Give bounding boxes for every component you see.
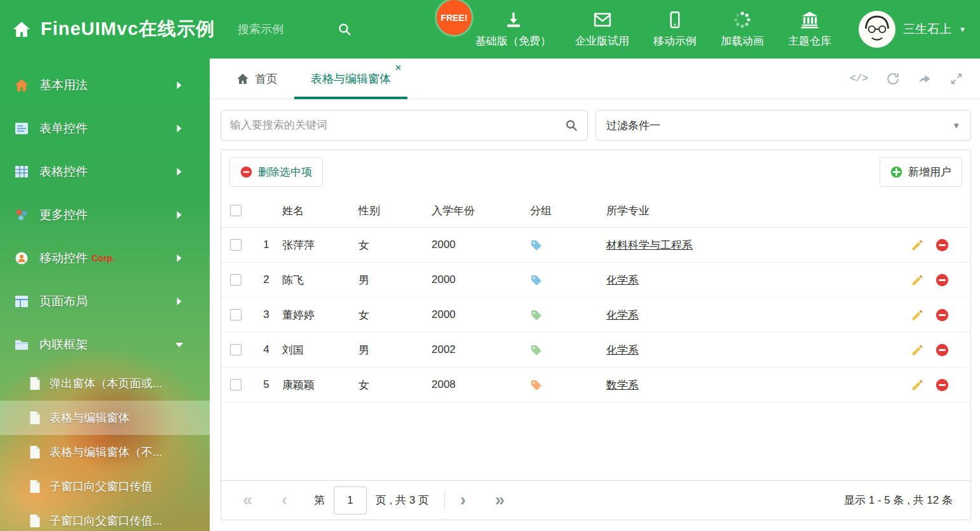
cell-year: 2000 [432, 308, 530, 321]
sidebar-item-form-controls[interactable]: 表单控件 [0, 107, 210, 150]
file-icon [29, 376, 41, 390]
table-row: 2 陈飞 男 2000 化学系 [221, 263, 970, 298]
tab-bar: 首页 表格与编辑窗体 ✕ </> [210, 59, 980, 99]
username: 三生石上 [903, 21, 951, 38]
nav-item-basic-edition[interactable]: FREE! 基础版（免费） [463, 10, 563, 48]
delete-row-icon[interactable] [936, 343, 949, 357]
major-link[interactable]: 数学系 [606, 379, 639, 391]
envelope-icon [593, 10, 612, 29]
tab-grid-edit-window[interactable]: 表格与编辑窗体 ✕ [294, 59, 407, 99]
cell-gender: 女 [358, 238, 432, 252]
tab-label: 表格与编辑窗体 [311, 71, 391, 86]
cell-gender: 男 [358, 343, 432, 357]
expand-icon[interactable] [949, 72, 963, 86]
sidebar-subitem-popup-window[interactable]: 弹出窗体（本页面或... [0, 366, 210, 401]
filter-row: 过滤条件一 ▼ [221, 110, 971, 141]
sidebar-item-iframe[interactable]: 内联框架 [0, 323, 210, 366]
edit-icon[interactable] [911, 343, 924, 357]
page-suffix-label: 页 , 共 3 页 [376, 493, 429, 507]
delete-row-icon[interactable] [936, 378, 949, 392]
sidebar-item-basic-usage[interactable]: 基本用法 [0, 64, 210, 107]
open-in-new-icon[interactable] [918, 72, 932, 86]
home-icon[interactable] [11, 20, 32, 39]
delete-row-icon[interactable] [936, 238, 949, 252]
edit-icon[interactable] [911, 308, 924, 322]
tab-home[interactable]: 首页 [220, 59, 294, 99]
file-icon [29, 514, 41, 528]
column-gender: 性别 [358, 203, 432, 218]
prev-page-button[interactable]: ‹ [282, 492, 287, 509]
chevron-right-icon [172, 81, 187, 90]
keyword-search-input[interactable] [230, 119, 564, 132]
row-checkbox[interactable] [230, 309, 242, 321]
major-link[interactable]: 化学系 [606, 274, 639, 286]
search-icon[interactable] [337, 22, 352, 37]
home-icon [14, 78, 29, 93]
add-user-button[interactable]: 新增用户 [880, 157, 962, 187]
refresh-icon[interactable] [886, 72, 900, 86]
grid-panel: 删除选中项 新增用户 姓名 性别 入学年份 分组 [221, 149, 971, 520]
chevron-right-icon [172, 124, 187, 133]
search-icon[interactable] [564, 118, 578, 132]
sidebar-item-mobile-controls[interactable]: 移动控件 Corp. [0, 237, 210, 280]
sidebar-item-page-layout[interactable]: 页面布局 [0, 280, 210, 323]
header-search [238, 22, 352, 37]
tab-toolbar: </> [850, 59, 980, 99]
sidebar-subitem-label: 子窗口向父窗口传值... [50, 513, 162, 528]
chevron-right-icon [172, 297, 187, 306]
spinner-icon [733, 10, 752, 29]
nav-item-loading-animations[interactable]: 加载动画 [709, 10, 776, 48]
sidebar-item-label: 更多控件 [39, 207, 88, 223]
page-prefix-label: 第 [314, 493, 325, 507]
close-icon[interactable]: ✕ [395, 63, 402, 72]
tag-icon [530, 309, 542, 321]
edit-icon[interactable] [911, 378, 924, 392]
tag-icon [530, 274, 542, 286]
next-page-button[interactable]: › [460, 492, 466, 509]
caret-down-icon: ▼ [959, 25, 966, 33]
sidebar-subitem-label: 子窗口向父窗口传值 [50, 479, 153, 494]
major-link[interactable]: 材料科学与工程系 [606, 239, 693, 251]
bank-icon [800, 10, 819, 29]
filter-dropdown[interactable]: 过滤条件一 ▼ [595, 110, 971, 141]
sidebar-subitem-child-to-parent[interactable]: 子窗口向父窗口传值 [0, 469, 210, 504]
delete-row-icon[interactable] [936, 308, 949, 322]
edit-icon[interactable] [911, 238, 924, 252]
major-link[interactable]: 化学系 [606, 344, 639, 356]
last-page-button[interactable]: » [495, 492, 505, 509]
row-checkbox[interactable] [230, 274, 242, 286]
nav-label: 企业版试用 [575, 34, 629, 48]
header-search-input[interactable] [238, 23, 333, 36]
major-link[interactable]: 化学系 [606, 309, 639, 321]
sidebar-subitem-child-to-parent-2[interactable]: 子窗口向父窗口传值... [0, 504, 210, 531]
user-menu[interactable]: 三生石上 ▼ [859, 11, 966, 48]
sidebar-subitem-label: 表格与编辑窗体 [50, 410, 130, 425]
page-number-input[interactable] [334, 486, 367, 514]
cell-name: 董婷婷 [282, 308, 358, 322]
app-title: FineUIMvc在线示例 [41, 17, 215, 42]
edit-icon[interactable] [911, 273, 924, 287]
add-user-label: 新增用户 [908, 165, 951, 179]
row-checkbox[interactable] [230, 344, 242, 355]
sidebar-subitem-grid-edit-window[interactable]: 表格与编辑窗体 [0, 401, 210, 435]
select-all-checkbox[interactable] [230, 205, 242, 216]
nav-item-theme-repo[interactable]: 主题仓库 [776, 10, 843, 48]
nav-item-mobile-demo[interactable]: 移动示例 [641, 10, 709, 48]
nav-item-enterprise-trial[interactable]: 企业版试用 [563, 10, 641, 48]
row-checkbox[interactable] [230, 379, 242, 390]
chevron-right-icon [172, 210, 187, 219]
delete-row-icon[interactable] [936, 273, 949, 287]
delete-selected-button[interactable]: 删除选中项 [229, 157, 323, 187]
sidebar-item-label: 页面布局 [39, 293, 88, 310]
sidebar-item-more-controls[interactable]: 更多控件 [0, 193, 210, 237]
chevron-right-icon [172, 167, 187, 176]
corp-badge: Corp. [92, 253, 115, 263]
first-page-button[interactable]: « [243, 492, 252, 509]
nav-label: 基础版（免费） [475, 34, 551, 48]
sidebar-subitem-grid-edit-window-2[interactable]: 表格与编辑窗体（不... [0, 435, 210, 469]
grid-empty-space [221, 403, 970, 480]
pagination-bar: « ‹ 第 页 , 共 3 页 › » 显示 1 - 5 条 , 共 12 条 [221, 480, 970, 520]
code-icon[interactable]: </> [850, 73, 868, 85]
row-checkbox[interactable] [230, 239, 242, 251]
sidebar-item-grid-controls[interactable]: 表格控件 [0, 150, 210, 193]
